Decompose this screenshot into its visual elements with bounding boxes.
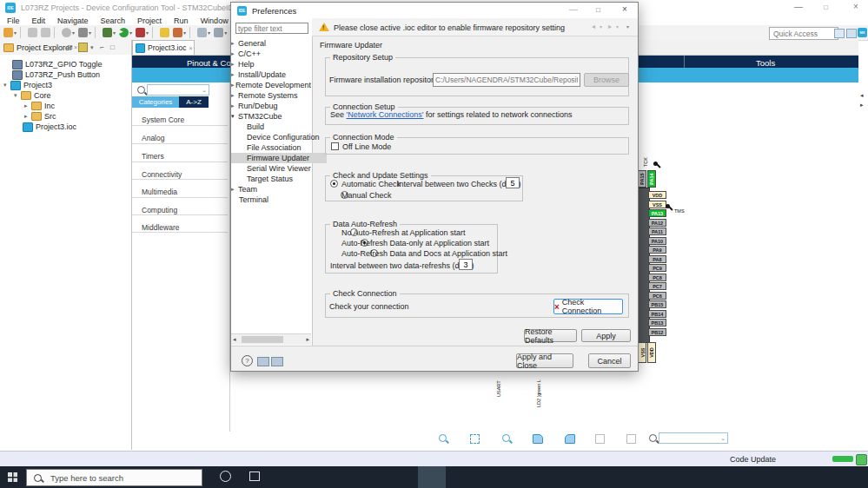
banner-tools[interactable]: Tools: [756, 58, 775, 68]
debug-icon[interactable]: [103, 28, 112, 37]
collapse-all-icon[interactable]: ⊟: [67, 43, 73, 51]
maximize-view-icon[interactable]: □: [110, 43, 115, 51]
scroll-right-icon[interactable]: ▸: [306, 336, 309, 343]
menu-navigate[interactable]: Navigate: [54, 16, 92, 25]
pin-pc8[interactable]: PC8: [648, 274, 666, 281]
annotation-icon[interactable]: [197, 28, 207, 37]
refresh-interval-field[interactable]: [459, 259, 473, 270]
restore-defaults-button[interactable]: Restore Defaults: [524, 329, 577, 342]
category-middleware[interactable]: Middleware: [132, 214, 229, 232]
build-icon[interactable]: [78, 28, 88, 37]
tree-item-remote-sys[interactable]: ▸Remote Systems: [231, 90, 311, 101]
zoom-in-icon[interactable]: [439, 434, 447, 442]
tree-item-file-assoc[interactable]: File Association: [231, 142, 327, 153]
help-icon[interactable]: ?: [242, 355, 253, 366]
scrollbar-thumb[interactable]: [242, 336, 283, 343]
sync-status-icon[interactable]: [856, 454, 867, 465]
pin-pa15[interactable]: PA15: [638, 170, 646, 188]
expanded-arrow-icon[interactable]: ▾: [14, 92, 21, 99]
pin-pa14[interactable]: PA14: [647, 170, 656, 188]
pin-search-input[interactable]: ⌄: [659, 432, 728, 444]
explorer-item-project1[interactable]: L073RZ_GPIO Toggle: [12, 59, 102, 69]
tree-item-team[interactable]: ▸Team: [231, 184, 311, 195]
mark-caret[interactable]: ▾: [224, 30, 227, 36]
save-all-icon[interactable]: [41, 28, 50, 37]
dialog-close-button[interactable]: ×: [622, 5, 627, 14]
minimize-view-icon[interactable]: ⌐: [100, 43, 104, 51]
run-caret[interactable]: ▾: [129, 30, 132, 36]
category-computing[interactable]: Computing: [132, 197, 229, 214]
pin-pb14[interactable]: PB14: [648, 310, 666, 318]
launch-caret[interactable]: ▾: [183, 30, 186, 36]
collapsed-arrow-icon[interactable]: ▸: [24, 113, 31, 120]
explorer-item-inc[interactable]: ▸ Inc: [24, 101, 55, 111]
explorer-item-src[interactable]: ▸ Src: [24, 111, 56, 122]
pin-pa8[interactable]: PA8: [648, 255, 666, 263]
menu-search[interactable]: Search: [97, 16, 129, 25]
pin-pb12[interactable]: PB12: [648, 328, 666, 336]
pin-pc9[interactable]: PC9: [648, 264, 666, 272]
tree-item-terminal[interactable]: Terminal: [231, 195, 319, 205]
network-connections-link[interactable]: 'Network Connections': [347, 110, 424, 119]
minimize-button[interactable]: —: [794, 3, 803, 11]
pin-pb13[interactable]: PB13: [648, 319, 666, 326]
rotate-right-icon[interactable]: [565, 434, 575, 444]
run-icon[interactable]: ▶: [119, 28, 129, 37]
pin-pc6[interactable]: PC6: [648, 292, 666, 300]
offline-mode-checkbox[interactable]: [331, 142, 339, 150]
pin-pc7[interactable]: PC7: [648, 282, 666, 290]
close-button[interactable]: ×: [853, 3, 858, 11]
collapsed-arrow-icon[interactable]: ▸: [24, 102, 31, 109]
explorer-item-core[interactable]: ▾ Core: [14, 90, 51, 101]
pin-vss[interactable]: VSS: [648, 201, 666, 208]
view-menu-icon[interactable]: ▾: [90, 44, 94, 51]
explorer-item-project3[interactable]: ▾ Project3: [3, 80, 52, 90]
category-multimedia[interactable]: Multimedia: [132, 179, 229, 196]
rotate-left-icon[interactable]: [533, 434, 543, 444]
link-editor-icon[interactable]: [78, 43, 88, 52]
new-wizard-caret[interactable]: ▾: [14, 30, 17, 36]
open-perspective-icon[interactable]: [834, 29, 845, 38]
expand-right-icon[interactable]: ▸: [860, 102, 864, 109]
list-view-icon[interactable]: [626, 434, 636, 444]
menu-window[interactable]: Window: [197, 16, 232, 25]
cancel-button[interactable]: Cancel: [588, 353, 631, 368]
category-timers[interactable]: Timers: [132, 143, 229, 161]
profile-caret[interactable]: ▾: [146, 30, 149, 36]
check-connection-button[interactable]: × Check Connection: [553, 299, 623, 314]
scroll-left-icon[interactable]: ◂: [233, 336, 236, 343]
save-icon[interactable]: [28, 28, 37, 37]
expanded-arrow-icon[interactable]: ▾: [3, 82, 10, 89]
tree-item-target-status[interactable]: Target Status: [231, 174, 327, 184]
check-interval-field[interactable]: [506, 177, 520, 188]
tree-item-cpp[interactable]: ▸C/C++: [231, 49, 311, 59]
mx-perspective-icon[interactable]: MX: [858, 28, 867, 37]
launch-icon[interactable]: [173, 28, 182, 37]
tree-item-serial-wire[interactable]: Serial Wire Viewer: [231, 163, 327, 174]
pins-view-icon[interactable]: [595, 434, 605, 444]
category-analog[interactable]: Analog: [132, 125, 229, 142]
tree-filter-input[interactable]: [235, 23, 308, 34]
skip-caret[interactable]: ▾: [72, 30, 75, 36]
automatic-check-radio[interactable]: [330, 180, 338, 188]
mark-occurrences-icon[interactable]: [214, 28, 223, 37]
pin-pa9[interactable]: PA9: [648, 246, 666, 254]
explorer-tab-close-icon[interactable]: ×: [74, 44, 77, 50]
pin-vdd-bottom[interactable]: VDD: [647, 342, 656, 363]
cortana-icon[interactable]: [220, 471, 231, 482]
menu-run[interactable]: Run: [170, 16, 192, 25]
pin-pa11[interactable]: PA11: [648, 228, 666, 235]
skip-breakpoints-icon[interactable]: [62, 28, 71, 37]
pin-vdd[interactable]: VDD: [648, 191, 666, 199]
debug-caret[interactable]: ▾: [113, 30, 116, 36]
tree-item-run-debug[interactable]: ▸Run/Debug: [231, 101, 311, 111]
quick-access-box[interactable]: Quick Access: [769, 27, 838, 40]
import-preferences-icon[interactable]: [271, 357, 283, 366]
zoom-fit-icon[interactable]: [470, 434, 480, 444]
tree-item-firmware-updater[interactable]: Firmware Updater: [231, 153, 327, 163]
maximize-button[interactable]: □: [824, 3, 828, 12]
task-view-icon[interactable]: [249, 472, 260, 481]
zoom-out-icon[interactable]: [502, 434, 510, 442]
menu-edit[interactable]: Edit: [29, 16, 50, 25]
tree-item-build[interactable]: Build: [231, 122, 327, 132]
